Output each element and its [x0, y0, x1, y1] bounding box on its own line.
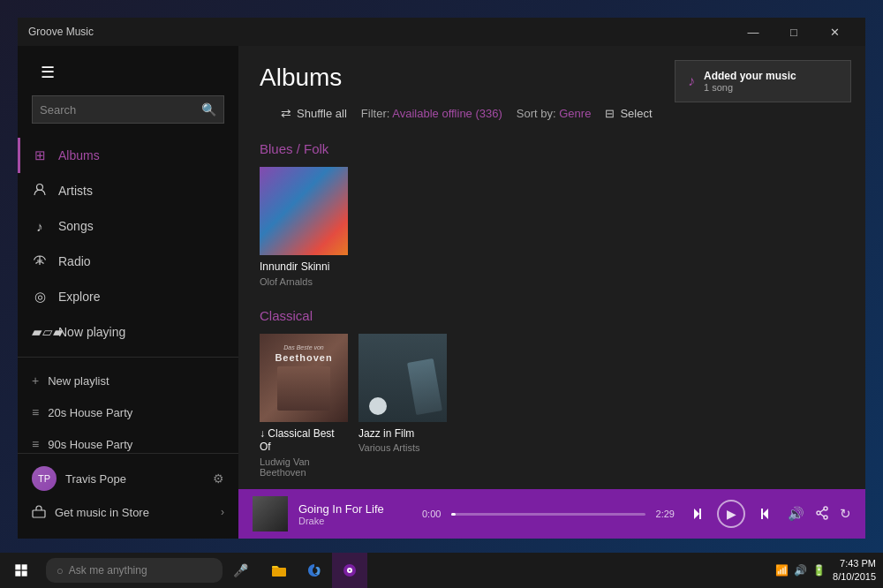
prev-button[interactable]	[692, 507, 706, 521]
store-item[interactable]: Get music in Store ›	[32, 496, 224, 528]
sidebar-label-albums: Albums	[58, 148, 100, 162]
playlist-icon-90s: ≡	[32, 437, 39, 451]
next-button[interactable]	[756, 507, 770, 521]
shuffle-all-button[interactable]: ⇄ Shuffle all	[281, 106, 347, 120]
svg-marker-2	[694, 509, 699, 519]
minimize-button[interactable]: —	[733, 18, 774, 46]
taskbar-groove[interactable]	[332, 553, 367, 588]
cortana-icon: ○	[57, 564, 64, 577]
share-button[interactable]	[815, 506, 829, 523]
svg-rect-5	[761, 509, 763, 519]
taskbar-search-box[interactable]: ○ Ask me anything	[46, 558, 223, 583]
taskbar-clock[interactable]: 7:43 PM 8/10/2015	[833, 557, 876, 584]
hamburger-button[interactable]: ☰	[32, 57, 64, 88]
toast-title: Added your music	[704, 70, 796, 82]
svg-line-10	[820, 514, 824, 516]
sidebar-item-artists[interactable]: Artists	[18, 173, 238, 208]
sidebar-label-explore: Explore	[58, 290, 100, 304]
select-label: Select	[620, 107, 652, 120]
sidebar-label-radio: Radio	[58, 254, 91, 268]
toolbar: ⇄ Shuffle all Filter: Available offline …	[260, 106, 844, 131]
username-label: Travis Pope	[65, 472, 126, 486]
taskbar-edge[interactable]	[297, 553, 332, 588]
taskbar-pinned-icons	[261, 553, 367, 588]
select-button[interactable]: ⊟ Select	[605, 107, 652, 120]
svg-rect-1	[33, 510, 45, 517]
svg-point-18	[349, 569, 351, 571]
playlist-icon: ≡	[32, 405, 39, 419]
np-playback-controls: ▶	[692, 500, 770, 528]
close-button[interactable]: ✕	[814, 18, 855, 46]
album-title-jazz: Jazz in Film	[358, 427, 447, 441]
start-button[interactable]	[0, 553, 42, 588]
np-progress-bar[interactable]	[451, 513, 645, 516]
sort-value[interactable]: Genre	[559, 107, 591, 120]
sidebar-bottom: TP Travis Pope ⚙ Get music in Store ›	[18, 453, 238, 539]
volume-sys-icon[interactable]: 🔊	[794, 564, 807, 577]
search-box[interactable]: 🔍	[32, 95, 224, 124]
np-time-total: 2:29	[656, 509, 675, 519]
maximize-button[interactable]: □	[774, 18, 814, 46]
album-card[interactable]: Innundir Skinni Olof Arnalds	[260, 167, 348, 287]
repeat-button[interactable]: ↻	[840, 506, 851, 522]
playlist-label-20s: 20s House Party	[48, 406, 132, 419]
app-window: Groove Music — □ ✕ ☰ 🔍 ⊞ Albums	[18, 18, 865, 539]
genre-section-blues-folk: Blues / Folk Innundir Skinni Olof Arnald…	[260, 141, 844, 287]
user-item[interactable]: TP Travis Pope ⚙	[32, 461, 224, 496]
volume-button[interactable]: 🔊	[788, 506, 804, 522]
album-card-beethoven[interactable]: Das Beste von Beethoven ↓ Classical Best…	[260, 334, 348, 478]
sidebar-label-songs: Songs	[58, 219, 94, 233]
sidebar-item-now-playing[interactable]: ▰▱▰ Now playing	[18, 314, 238, 350]
nav-section: ⊞ Albums Artists ♪ Songs	[18, 138, 238, 453]
system-icons: 📶 🔊 🔋	[775, 564, 826, 577]
sidebar-item-albums[interactable]: ⊞ Albums	[18, 138, 238, 173]
select-grid-icon: ⊟	[605, 107, 615, 120]
playlist-item-90s[interactable]: ≡ 90s House Party	[18, 428, 238, 453]
sidebar-top: ☰ 🔍	[18, 46, 238, 138]
search-icon: 🔍	[201, 102, 216, 117]
sidebar: ☰ 🔍 ⊞ Albums	[18, 46, 238, 539]
mic-button[interactable]: 🎤	[226, 553, 254, 588]
sidebar-item-radio[interactable]: Radio	[18, 244, 238, 279]
explore-icon: ◎	[32, 289, 48, 305]
play-button[interactable]: ▶	[717, 500, 745, 528]
songs-icon: ♪	[32, 219, 48, 234]
svg-rect-11	[15, 564, 20, 569]
album-artist-beethoven: Ludwig Van Beethoven	[260, 456, 348, 478]
main-header: Albums ♪ Added your music 1 song ⇄ Shuff…	[238, 46, 865, 141]
store-label: Get music in Store	[55, 506, 149, 519]
album-title-beethoven: ↓ Classical Best Of	[260, 427, 348, 455]
new-playlist-button[interactable]: + New playlist	[18, 365, 238, 396]
taskbar-date-display: 8/10/2015	[833, 570, 876, 584]
albums-icon: ⊞	[32, 147, 48, 163]
sidebar-item-songs[interactable]: ♪ Songs	[18, 208, 238, 244]
search-input[interactable]	[40, 103, 201, 117]
new-playlist-label: New playlist	[48, 374, 109, 388]
albums-row-classical: Das Beste von Beethoven ↓ Classical Best…	[260, 334, 844, 478]
now-playing-icon: ▰▱▰	[32, 324, 48, 340]
sidebar-label-artists: Artists	[58, 184, 93, 198]
albums-row-blues-folk: Innundir Skinni Olof Arnalds	[260, 167, 844, 287]
svg-point-8	[824, 516, 827, 519]
settings-icon[interactable]: ⚙	[213, 471, 224, 486]
taskbar-file-explorer[interactable]	[261, 553, 297, 588]
playlist-label-90s: 90s House Party	[48, 438, 132, 451]
np-info: Going In For Life Drake	[298, 502, 404, 526]
toast-notification: ♪ Added your music 1 song	[675, 60, 851, 102]
sidebar-label-now-playing: Now playing	[58, 325, 125, 339]
network-icon[interactable]: 📶	[775, 564, 789, 577]
app-body: ☰ 🔍 ⊞ Albums	[18, 46, 865, 539]
np-thumbnail	[253, 496, 288, 531]
sidebar-item-explore[interactable]: ◎ Explore	[18, 279, 238, 314]
svg-rect-15	[272, 568, 286, 577]
filter-value[interactable]: Available offline (336)	[392, 107, 502, 120]
taskbar-search-placeholder: Ask me anything	[69, 564, 147, 577]
window-controls: — □ ✕	[733, 18, 855, 46]
svg-rect-14	[22, 571, 27, 577]
album-card-jazz[interactable]: Jazz in Film Various Artists	[358, 334, 447, 478]
playlist-item-20s[interactable]: ≡ 20s House Party	[18, 396, 238, 428]
avatar: TP	[32, 466, 57, 491]
artists-icon	[32, 183, 48, 200]
taskbar-time-display: 7:43 PM	[833, 557, 876, 570]
np-progress-fill	[451, 513, 455, 516]
